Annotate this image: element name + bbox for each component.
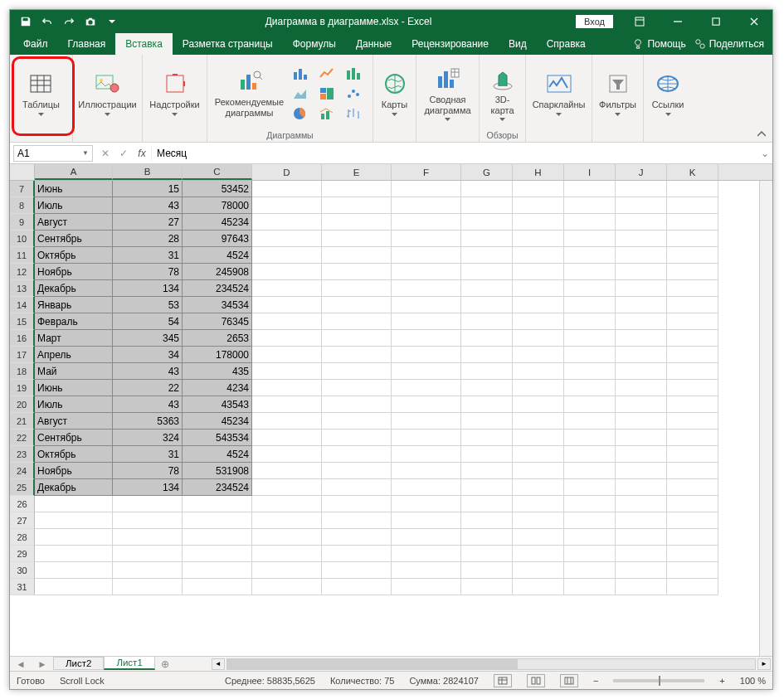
tab-formulas[interactable]: Формулы bbox=[283, 33, 346, 55]
close-button[interactable] bbox=[736, 10, 772, 33]
cell[interactable] bbox=[322, 363, 392, 380]
cell[interactable] bbox=[513, 396, 564, 413]
cell[interactable] bbox=[564, 396, 616, 413]
filters-button[interactable]: Фильтры bbox=[596, 69, 640, 118]
cell[interactable] bbox=[564, 380, 616, 396]
cell[interactable]: 45234 bbox=[183, 214, 252, 231]
cell[interactable] bbox=[616, 512, 667, 529]
cell[interactable] bbox=[667, 197, 718, 214]
cell[interactable] bbox=[252, 347, 322, 363]
cell[interactable] bbox=[564, 181, 616, 197]
zoom-out-icon[interactable]: − bbox=[593, 676, 598, 686]
cell[interactable]: 43 bbox=[113, 396, 183, 413]
cell[interactable] bbox=[183, 579, 252, 595]
cell[interactable] bbox=[616, 313, 667, 330]
cell[interactable] bbox=[322, 214, 392, 231]
cell[interactable] bbox=[513, 363, 564, 380]
cell[interactable] bbox=[252, 247, 322, 264]
row-header[interactable]: 24 bbox=[10, 463, 35, 479]
cell[interactable] bbox=[392, 562, 461, 579]
cell[interactable] bbox=[252, 264, 322, 280]
cell[interactable]: 345 bbox=[113, 330, 183, 347]
cell[interactable] bbox=[513, 297, 564, 313]
row-header[interactable]: 16 bbox=[10, 330, 35, 347]
cell[interactable]: 15 bbox=[113, 181, 183, 197]
cell[interactable] bbox=[616, 430, 667, 446]
cell[interactable] bbox=[183, 496, 252, 512]
cell[interactable]: 134 bbox=[113, 479, 183, 496]
cell[interactable] bbox=[667, 430, 718, 446]
cell[interactable] bbox=[564, 512, 616, 529]
tab-home[interactable]: Главная bbox=[58, 33, 116, 55]
row-header[interactable]: 29 bbox=[10, 546, 35, 562]
cell[interactable]: 78 bbox=[113, 463, 183, 479]
row-header[interactable]: 7 bbox=[10, 181, 35, 197]
cell[interactable]: Октябрь bbox=[35, 446, 113, 463]
maximize-button[interactable] bbox=[698, 10, 734, 33]
cell[interactable] bbox=[35, 579, 113, 595]
share-button[interactable]: Поделиться bbox=[694, 38, 764, 50]
col-header-D[interactable]: D bbox=[252, 164, 322, 180]
cell[interactable] bbox=[513, 496, 564, 512]
cell[interactable] bbox=[564, 446, 616, 463]
chart-stock-icon[interactable] bbox=[343, 104, 363, 123]
new-sheet-button[interactable]: ⊕ bbox=[155, 658, 175, 670]
cell[interactable]: Март bbox=[35, 330, 113, 347]
tab-data[interactable]: Данные bbox=[346, 33, 402, 55]
cell[interactable] bbox=[513, 264, 564, 280]
tab-help[interactable]: Справка bbox=[537, 33, 596, 55]
cell[interactable] bbox=[252, 562, 322, 579]
cell[interactable] bbox=[513, 231, 564, 247]
cell[interactable] bbox=[667, 231, 718, 247]
cell[interactable] bbox=[392, 413, 461, 430]
cell[interactable]: 234524 bbox=[183, 479, 252, 496]
cell[interactable] bbox=[392, 579, 461, 595]
cell[interactable] bbox=[461, 396, 513, 413]
cell[interactable] bbox=[564, 546, 616, 562]
row-header[interactable]: 20 bbox=[10, 396, 35, 413]
cell[interactable] bbox=[322, 330, 392, 347]
cell[interactable] bbox=[667, 413, 718, 430]
cell[interactable] bbox=[616, 529, 667, 546]
cell[interactable] bbox=[513, 413, 564, 430]
collapse-ribbon-icon[interactable] bbox=[754, 129, 769, 140]
cell[interactable] bbox=[322, 446, 392, 463]
sheet-nav-prev[interactable]: ◄ bbox=[10, 659, 32, 669]
cell[interactable] bbox=[252, 496, 322, 512]
cell[interactable] bbox=[392, 264, 461, 280]
cell[interactable] bbox=[616, 496, 667, 512]
cell[interactable] bbox=[461, 463, 513, 479]
name-box[interactable]: A1▼ bbox=[13, 145, 93, 162]
hscroll-thumb[interactable] bbox=[227, 659, 518, 669]
view-normal-icon[interactable] bbox=[494, 674, 512, 687]
cell[interactable] bbox=[667, 562, 718, 579]
cell[interactable] bbox=[616, 181, 667, 197]
tab-review[interactable]: Рецензирование bbox=[402, 33, 499, 55]
cell[interactable] bbox=[322, 380, 392, 396]
cell[interactable] bbox=[616, 264, 667, 280]
cell[interactable] bbox=[564, 529, 616, 546]
undo-icon[interactable] bbox=[38, 12, 56, 31]
col-header-C[interactable]: C bbox=[183, 164, 252, 180]
tell-me[interactable]: Помощь bbox=[632, 38, 685, 50]
cell[interactable] bbox=[513, 280, 564, 297]
row-header[interactable]: 19 bbox=[10, 380, 35, 396]
cell[interactable] bbox=[113, 546, 183, 562]
row-header[interactable]: 13 bbox=[10, 280, 35, 297]
cell[interactable] bbox=[322, 430, 392, 446]
chart-column-icon[interactable] bbox=[343, 65, 363, 83]
cell[interactable] bbox=[667, 363, 718, 380]
cell[interactable] bbox=[461, 181, 513, 197]
cell[interactable]: 53452 bbox=[183, 181, 252, 197]
cell[interactable]: 543534 bbox=[183, 430, 252, 446]
cell[interactable] bbox=[392, 197, 461, 214]
cell[interactable] bbox=[564, 363, 616, 380]
cell[interactable] bbox=[564, 197, 616, 214]
row-header[interactable]: 17 bbox=[10, 347, 35, 363]
cell[interactable] bbox=[564, 413, 616, 430]
cell[interactable] bbox=[564, 264, 616, 280]
row-header[interactable]: 22 bbox=[10, 430, 35, 446]
cell[interactable] bbox=[616, 280, 667, 297]
cell[interactable] bbox=[183, 512, 252, 529]
cell[interactable]: 22 bbox=[113, 380, 183, 396]
